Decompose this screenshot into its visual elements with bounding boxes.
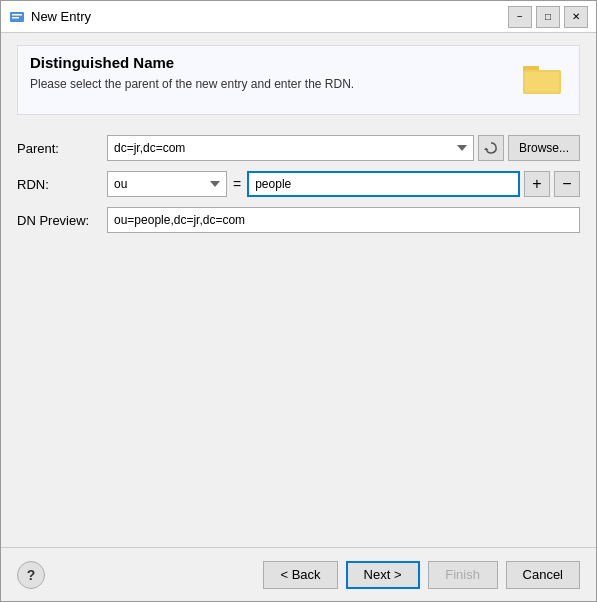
dn-preview-label: DN Preview:	[17, 213, 107, 228]
help-button[interactable]: ?	[17, 561, 45, 589]
footer-left: ?	[17, 561, 45, 589]
maximize-button[interactable]: □	[536, 6, 560, 28]
parent-select[interactable]: dc=jr,dc=com	[107, 135, 474, 161]
rdn-controls: ou = + −	[107, 171, 580, 197]
title-bar: New Entry − □ ✕	[1, 1, 596, 33]
finish-button[interactable]: Finish	[428, 561, 498, 589]
header-text: Distinguished Name Please select the par…	[30, 54, 519, 91]
header-subtitle: Please select the parent of the new entr…	[30, 77, 519, 91]
header-title: Distinguished Name	[30, 54, 519, 71]
parent-controls: dc=jr,dc=com Browse...	[107, 135, 580, 161]
svg-rect-2	[12, 17, 19, 19]
next-button[interactable]: Next >	[346, 561, 420, 589]
parent-row: Parent: dc=jr,dc=com Browse...	[17, 135, 580, 161]
dn-preview-value: ou=people,dc=jr,dc=com	[107, 207, 580, 233]
folder-icon	[519, 54, 567, 102]
remove-rdn-button[interactable]: −	[554, 171, 580, 197]
minimize-button[interactable]: −	[508, 6, 532, 28]
header-section: Distinguished Name Please select the par…	[17, 45, 580, 115]
browse-button[interactable]: Browse...	[508, 135, 580, 161]
new-entry-window: New Entry − □ ✕ Distinguished Name Pleas…	[0, 0, 597, 602]
footer: ? < Back Next > Finish Cancel	[1, 547, 596, 601]
rdn-row: RDN: ou = + −	[17, 171, 580, 197]
content-spacer	[17, 251, 580, 535]
rdn-label: RDN:	[17, 177, 107, 192]
cancel-button[interactable]: Cancel	[506, 561, 580, 589]
dn-preview-row: DN Preview: ou=people,dc=jr,dc=com	[17, 207, 580, 233]
footer-right: < Back Next > Finish Cancel	[263, 561, 580, 589]
refresh-button[interactable]	[478, 135, 504, 161]
back-button[interactable]: < Back	[263, 561, 337, 589]
rdn-input[interactable]	[247, 171, 520, 197]
window-icon	[9, 9, 25, 25]
window-controls: − □ ✕	[508, 6, 588, 28]
svg-rect-6	[525, 72, 559, 92]
form-section: Parent: dc=jr,dc=com Browse... RDN:	[17, 127, 580, 251]
equals-sign: =	[231, 176, 243, 192]
window-title: New Entry	[31, 9, 508, 24]
rdn-select[interactable]: ou	[107, 171, 227, 197]
close-button[interactable]: ✕	[564, 6, 588, 28]
parent-label: Parent:	[17, 141, 107, 156]
refresh-icon	[484, 141, 498, 155]
svg-rect-1	[12, 14, 22, 16]
add-rdn-button[interactable]: +	[524, 171, 550, 197]
svg-marker-7	[484, 148, 489, 151]
main-content: Distinguished Name Please select the par…	[1, 33, 596, 547]
